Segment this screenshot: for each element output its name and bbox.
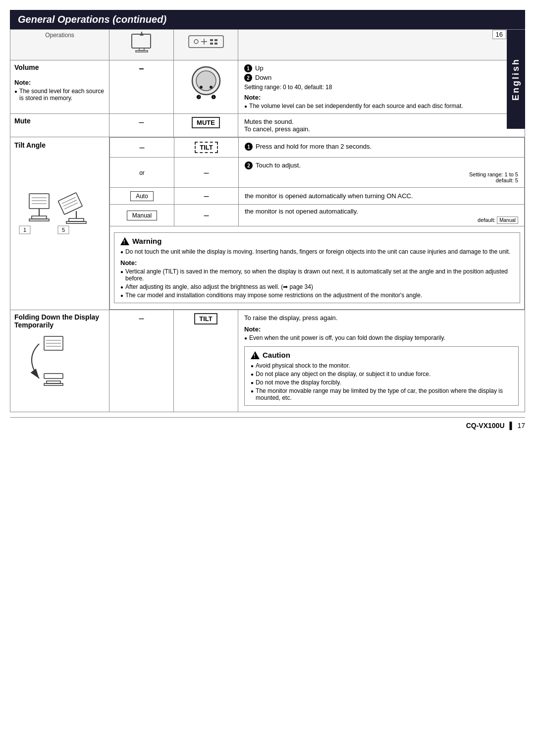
svg-point-15 (200, 86, 203, 89)
caution-title: ! Caution (251, 351, 512, 359)
tilt-sub-btn1: TILT (174, 138, 239, 158)
tilt-sub-desc3: the monitor is opened automatically when… (239, 188, 525, 205)
mute-operation-cell: Mute (10, 114, 109, 137)
svg-line-26 (63, 200, 77, 207)
svg-rect-17 (29, 194, 49, 209)
col-description-header (238, 30, 525, 60)
page-header: General Operations (continued) (10, 10, 525, 29)
caution-b1: Avoid physical shock to the monitor. (251, 362, 512, 369)
svg-rect-20 (29, 219, 49, 221)
tilt-subtable: – TILT 1 Press and hold for more than 2 … (109, 137, 525, 310)
folding-desc-cell: To raise the display, press again. Note:… (238, 310, 525, 412)
default-manual-badge: Manual (497, 216, 518, 224)
tilt-note-b3: The car model and installation condition… (120, 292, 514, 299)
tilt-sub-desc4: the monitor is not opened automatically.… (239, 205, 525, 226)
tilt-sub-ts2: or (110, 158, 174, 188)
mute-button-cell: MUTE (174, 114, 238, 137)
warning-title: ! Warning (120, 237, 514, 245)
caution-triangle-icon: ! (251, 351, 260, 359)
auto-button: Auto (130, 191, 154, 201)
tilt-button: TILT (195, 142, 217, 153)
volume-dial-container: ❷ ❶ (178, 63, 234, 101)
tilt-sub-row4-manual: Manual – the monitor is not opened autom… (110, 205, 525, 226)
svg-rect-42 (44, 383, 63, 385)
tilt-diagram: 1 5 (14, 169, 94, 268)
volume-touchscreen-cell: – (109, 60, 174, 114)
manual-button: Manual (127, 211, 157, 220)
col-touchscreen-header (109, 30, 174, 60)
mute-title: Mute (14, 117, 105, 125)
svg-text:1: 1 (23, 227, 26, 233)
tilt-sub-row3-auto: Auto – the monitor is opened automatical… (110, 188, 525, 205)
volume-title: Volume (14, 63, 105, 71)
warning-box: ! Warning Do not touch the unit while th… (114, 232, 520, 303)
dial-num1: ❶ (211, 94, 216, 101)
volume-row: Volume Note: The sound level for each so… (10, 60, 525, 114)
svg-point-6 (194, 40, 198, 44)
dial-num2: ❷ (196, 94, 201, 101)
tilt-note-b2: After adjusting its angle, also adjust t… (120, 283, 514, 290)
english-sidebar: English (507, 30, 525, 129)
folding-tilt-button: TILT (194, 313, 217, 324)
warning-text: Do not touch the unit while the display … (120, 248, 514, 255)
tilt-title: Tilt Angle (14, 141, 105, 149)
mute-description-cell: Mutes the sound. To cancel, press again. (238, 114, 525, 137)
svg-rect-9 (210, 39, 213, 41)
svg-point-14 (196, 71, 216, 91)
caution-box: ! Caution Avoid physical shock to the mo… (244, 346, 519, 406)
tilt-note-b1: Vertical angle (TILT) is saved in the me… (120, 268, 514, 282)
caution-b3: Do not move the display forcibly. (251, 379, 512, 386)
svg-point-16 (210, 86, 213, 89)
table-header-row: Operations (10, 30, 525, 60)
tilt-sub-ts4: Manual (110, 205, 174, 226)
volume-button-cell: ❷ ❶ (174, 60, 238, 114)
vol-note2-text: The volume level can be set independentl… (244, 103, 519, 109)
volume-description-cell: 1 Up 2 Down Setting range: 0 to 40, defa… (238, 60, 525, 114)
svg-rect-19 (32, 216, 47, 219)
caution-b4: The monitor movable range may be limited… (251, 387, 512, 401)
svg-text:5: 5 (62, 227, 65, 233)
svg-rect-30 (66, 221, 86, 223)
tilt-content-area: – TILT 1 Press and hold for more than 2 … (109, 137, 525, 310)
tilt-sub-row2: or – 2 Touch to adjust. Setting range: 1 (110, 158, 525, 188)
footer-page: 17 (517, 422, 525, 430)
header-title: General Operations (continued) (18, 14, 166, 25)
folding-note-label: Note: (244, 325, 519, 333)
tilt-range: Setting range: 1 to 5 default: 5 (245, 171, 518, 183)
vol-num1: 1 (244, 64, 252, 72)
tilt-sub-desc2: 2 Touch to adjust. Setting range: 1 to 5… (239, 158, 525, 188)
tilt-sub-ts1: – (110, 138, 174, 158)
mute-touchscreen-cell: – (109, 114, 174, 137)
svg-rect-24 (58, 193, 82, 215)
page-number-badge: 16 (492, 30, 506, 39)
folding-row: Folding Down the Display Temporarily (10, 310, 525, 412)
svg-rect-29 (69, 218, 84, 221)
main-content-table: Operations (10, 29, 525, 412)
tilt-sub-btn2: – (174, 158, 239, 188)
tilt-sub-btn4: – (174, 205, 239, 226)
vol-note2-label: Note: (244, 94, 519, 101)
svg-line-27 (64, 203, 78, 209)
tilt-note-label: Note: (120, 259, 514, 267)
folding-operation-cell: Folding Down the Display Temporarily (10, 310, 109, 412)
folding-btn-cell: TILT (174, 310, 238, 412)
touchscreen-icon (127, 32, 157, 56)
volume-note-text: The sound level for each source is store… (14, 88, 105, 102)
folding-title: Folding Down the Display Temporarily (14, 313, 105, 329)
caution-b2: Do not place any object on the display, … (251, 371, 512, 378)
col-remote-header (174, 30, 238, 60)
mute-row: Mute – MUTE Mutes the sound. To cancel, … (10, 114, 525, 137)
tilt-sub-btn3: – (174, 188, 239, 205)
tilt-warning-cell: ! Warning Do not touch the unit while th… (110, 226, 525, 310)
svg-rect-11 (210, 43, 213, 45)
folding-ts-cell: – (109, 310, 174, 412)
tilt-sub-desc1: 1 Press and hold for more than 2 seconds… (239, 138, 525, 158)
col-operations-header: Operations (10, 30, 109, 60)
tilt-sub-row1: – TILT 1 Press and hold for more than 2 … (110, 138, 525, 158)
vol-num2: 2 (244, 74, 252, 82)
page-footer: CQ-VX100U ▌ 17 (10, 417, 525, 433)
remote-icon (186, 32, 226, 52)
footer-model: CQ-VX100U (466, 422, 505, 430)
volume-operation-cell: Volume Note: The sound level for each so… (10, 60, 109, 114)
tilt-warning-row: ! Warning Do not touch the unit while th… (110, 226, 525, 310)
